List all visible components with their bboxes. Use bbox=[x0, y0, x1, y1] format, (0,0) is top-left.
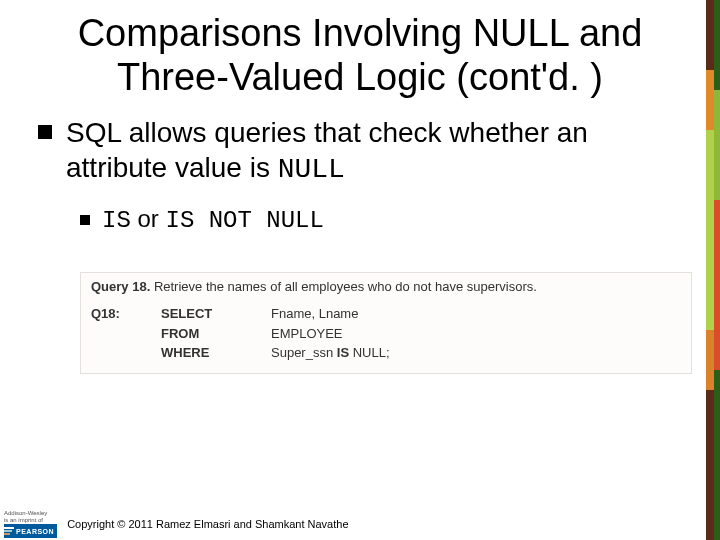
slide: Comparisons Involving NULL and Three-Val… bbox=[0, 0, 720, 540]
sql-example-box: Query 18. Retrieve the names of all empl… bbox=[80, 272, 692, 374]
sql-value-part: NULL; bbox=[349, 345, 389, 360]
sql-keyword: SELECT bbox=[161, 304, 271, 324]
query-row: FROM EMPLOYEE bbox=[91, 324, 681, 344]
logo-bars-icon bbox=[4, 524, 14, 538]
sql-keyword: WHERE bbox=[161, 343, 271, 363]
code-is-not-null: IS NOT NULL bbox=[166, 207, 324, 234]
bullet-level-2: IS or IS NOT NULL bbox=[80, 205, 690, 234]
bullet-text-part: or bbox=[131, 205, 166, 232]
footer: Addison-Wesley is an imprint of PEARSON … bbox=[0, 508, 720, 540]
query-row: Q18: SELECT Fname, Lname bbox=[91, 304, 681, 324]
bullet-text: SQL allows queries that check whether an… bbox=[66, 115, 690, 187]
square-bullet-icon bbox=[38, 125, 52, 139]
pearson-text: PEARSON bbox=[16, 528, 54, 535]
sql-value: EMPLOYEE bbox=[271, 324, 681, 344]
sql-keyword-inline: IS bbox=[337, 345, 349, 360]
sql-keyword: FROM bbox=[161, 324, 271, 344]
example-label: Query 18. bbox=[91, 279, 150, 294]
query-row: WHERE Super_ssn IS NULL; bbox=[91, 343, 681, 363]
sql-value: Super_ssn IS NULL; bbox=[271, 343, 681, 363]
square-bullet-icon bbox=[80, 215, 90, 225]
example-header: Query 18. Retrieve the names of all empl… bbox=[91, 279, 681, 294]
sql-value: Fname, Lname bbox=[271, 304, 681, 324]
addison-wesley-label: Addison-Wesley is an imprint of PEARSON bbox=[4, 510, 57, 538]
aw-line: Addison-Wesley bbox=[4, 510, 57, 516]
slide-title: Comparisons Involving NULL and Three-Val… bbox=[0, 0, 720, 107]
copyright-text: Copyright © 2011 Ramez Elmasri and Shamk… bbox=[67, 518, 348, 530]
code-is: IS bbox=[102, 207, 131, 234]
bullet-level-1: SQL allows queries that check whether an… bbox=[30, 115, 690, 187]
sql-value-part: Super_ssn bbox=[271, 345, 337, 360]
code-null: NULL bbox=[278, 154, 345, 185]
slide-body: SQL allows queries that check whether an… bbox=[0, 107, 720, 374]
query-label: Q18: bbox=[91, 304, 161, 324]
decorative-stripe-inner-icon bbox=[714, 0, 720, 540]
pearson-logo-icon: PEARSON bbox=[4, 524, 57, 538]
aw-line: is an imprint of bbox=[4, 517, 57, 523]
bullet-text: IS or IS NOT NULL bbox=[102, 205, 324, 234]
example-description: Retrieve the names of all employees who … bbox=[150, 279, 537, 294]
publisher-logo-block: Addison-Wesley is an imprint of PEARSON bbox=[4, 510, 57, 538]
